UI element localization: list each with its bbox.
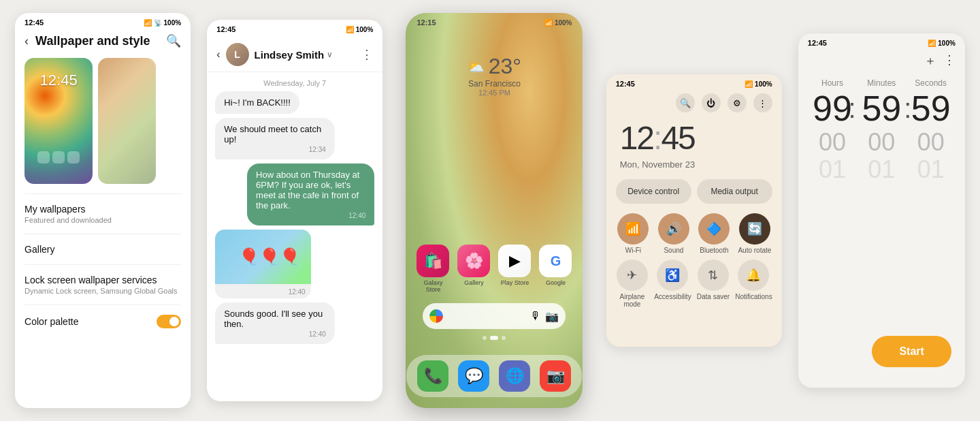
qs-tiles-row2: ✈ Airplane mode ♿ Accessibility ⇅ Data s… (606, 260, 782, 313)
messaging-statusbar: 12:45 📶 100% (207, 20, 382, 36)
more-options-icon[interactable]: ⋮ (943, 52, 956, 69)
image-placeholder: 🎈🎈🎈 (215, 230, 310, 284)
dock-browser[interactable]: 🌐 (499, 360, 530, 392)
battery-text: 100% (755, 80, 772, 88)
dock-phone[interactable]: 📞 (417, 360, 448, 392)
panel-wallpaper: 12:45 📶 📡 100% ‹ Wallpaper and style 🔍 1… (15, 13, 191, 408)
app-play-store[interactable]: ▶ Play Store (497, 245, 532, 293)
messaging-header: ‹ L Lindsey Smith ∨ ⋮ (207, 36, 382, 72)
app-gallery[interactable]: 🌸 Gallery (456, 245, 491, 293)
more-icon[interactable]: ⋮ (753, 93, 772, 112)
back-button[interactable]: ‹ (24, 34, 29, 48)
dot-2 (490, 336, 498, 340)
timer-colon-2: : (904, 93, 911, 124)
wifi-icon: 📶 (745, 80, 753, 88)
qs-tile-sound[interactable]: 🔊 Sound (656, 213, 691, 254)
accessibility-icon: ♿ (657, 260, 688, 291)
color-palette-toggle[interactable] (157, 315, 181, 328)
image-message-bubble: 🎈🎈🎈 12:40 (215, 230, 310, 298)
power-icon[interactable]: ⏻ (702, 93, 721, 112)
menu-color-palette[interactable]: Color palette (15, 305, 191, 338)
timer-colon-1: : (849, 93, 856, 124)
panel-home: 12:15 📶 100% ⛅ 23° San Francisco 12:45 P… (406, 13, 583, 408)
back-button[interactable]: ‹ (216, 48, 220, 61)
battery-text: 100% (938, 40, 956, 47)
chevron-down-icon: ∨ (327, 50, 333, 59)
galaxy-store-icon: 🛍️ (416, 245, 449, 277)
add-timer-icon[interactable]: ＋ (924, 52, 936, 69)
battery-text: 100% (164, 19, 182, 27)
weather-city: San Francisco (468, 79, 521, 89)
statusbar-icons: 📶 📡 100% (144, 19, 182, 27)
autorotate-icon: 🔄 (739, 213, 770, 245)
media-output-button[interactable]: Media output (697, 179, 772, 204)
search-icon[interactable]: 🔍 (676, 93, 695, 112)
qs-tile-accessibility[interactable]: ♿ Accessibility (654, 260, 691, 308)
more-options-icon[interactable]: ⋮ (361, 47, 373, 62)
search-icon[interactable]: 🔍 (166, 33, 181, 48)
timer-sub-hours: 00 (808, 130, 857, 155)
google-icon: G (539, 245, 572, 277)
app-google[interactable]: G Google (538, 245, 573, 293)
contact-avatar: L (226, 43, 249, 66)
wallpaper-preview-1[interactable]: 12:45 (24, 58, 93, 184)
preview-clock: 12:45 (40, 72, 78, 89)
timer-sub-display: 00 00 00 (798, 129, 965, 156)
qs-tile-wifi[interactable]: 📶 Wi-Fi (616, 213, 651, 254)
bluetooth-icon: 🔷 (698, 213, 730, 245)
gallery-label: Gallery (464, 279, 484, 286)
timer-sub-minutes: 00 (857, 130, 906, 155)
battery-text: 100% (356, 26, 374, 33)
qs-date: Mon, November 23 (606, 159, 782, 176)
dock-messages[interactable]: 💬 (458, 360, 489, 392)
preview-icons (37, 151, 80, 163)
app-galaxy-store[interactable]: 🛍️ Galaxy Store (415, 245, 451, 293)
contact-name-row[interactable]: Lindsey Smith ∨ (255, 49, 356, 61)
timer-main-display: : : 99 59 59 (798, 88, 965, 129)
qs-tile-datasaver[interactable]: ⇅ Data saver (697, 260, 730, 308)
device-control-button[interactable]: Device control (616, 179, 691, 204)
wifi-icon: 📶 (544, 19, 553, 27)
message-body: Hi~! I'm BACK!!!! We should meet to catc… (207, 91, 382, 401)
qs-top-icons: 🔍 ⏻ ⚙ ⋮ (606, 91, 782, 115)
page-dots (483, 336, 506, 340)
qs-tile-notifications[interactable]: 🔔 Notifications (735, 260, 772, 308)
timer-subsub-seconds: 01 (906, 157, 956, 182)
wallpaper-preview-2[interactable] (98, 58, 156, 184)
menu-lock-screen[interactable]: Lock screen wallpaper services Dynamic L… (15, 265, 191, 305)
google-logo (429, 309, 443, 323)
menu-my-wallpapers[interactable]: My wallpapers Featured and downloaded (15, 194, 191, 234)
message-bubble-1: Hi~! I'm BACK!!!! (215, 91, 299, 114)
notifications-icon: 🔔 (738, 260, 769, 291)
panel-messaging: 12:45 📶 100% ‹ L Lindsey Smith ∨ ⋮ Wedne… (207, 20, 382, 401)
qs-tile-airplane[interactable]: ✈ Airplane mode (616, 260, 649, 308)
timer-top-actions: ＋ ⋮ (798, 50, 965, 72)
hours-label: Hours (808, 78, 857, 88)
message-bubble-3: How about on Thursday at 6PM? If you are… (247, 163, 374, 225)
statusbar-time: 12:45 (24, 18, 44, 27)
seconds-label: Seconds (906, 78, 956, 88)
wallpaper-statusbar: 12:45 📶 📡 100% (15, 13, 191, 29)
quick-statusbar: 12:45 📶 100% (606, 74, 782, 91)
start-button[interactable]: Start (872, 336, 951, 367)
qs-tile-autorotate[interactable]: 🔄 Auto rotate (737, 213, 772, 254)
wifi-icon: 📶 (144, 19, 152, 27)
timer-start-wrap: Start (798, 183, 965, 388)
search-mic-icon[interactable]: 🎙 (530, 310, 541, 322)
message-date: Wednesday, July 7 (207, 72, 382, 91)
qs-tile-bluetooth[interactable]: 🔷 Bluetooth (697, 213, 732, 254)
minutes-label: Minutes (857, 78, 906, 88)
signal-icon: 📡 (154, 19, 162, 27)
play-store-label: Play Store (501, 279, 529, 286)
battery-text: 100% (555, 19, 572, 27)
panel-timer: 12:45 📶 100% ＋ ⋮ Hours Minutes Seconds :… (798, 33, 965, 388)
timer-minutes: 59 (857, 91, 906, 126)
sound-icon: 🔊 (658, 213, 689, 245)
dock-camera[interactable]: 📷 (540, 360, 571, 392)
google-search-bar[interactable]: 🎙 📷 (423, 303, 566, 329)
statusbar-icons: 📶 100% (544, 18, 572, 27)
dot-3 (502, 336, 506, 340)
search-lens-icon[interactable]: 📷 (545, 310, 559, 323)
menu-gallery[interactable]: Gallery (15, 234, 191, 264)
settings-icon[interactable]: ⚙ (728, 93, 747, 112)
